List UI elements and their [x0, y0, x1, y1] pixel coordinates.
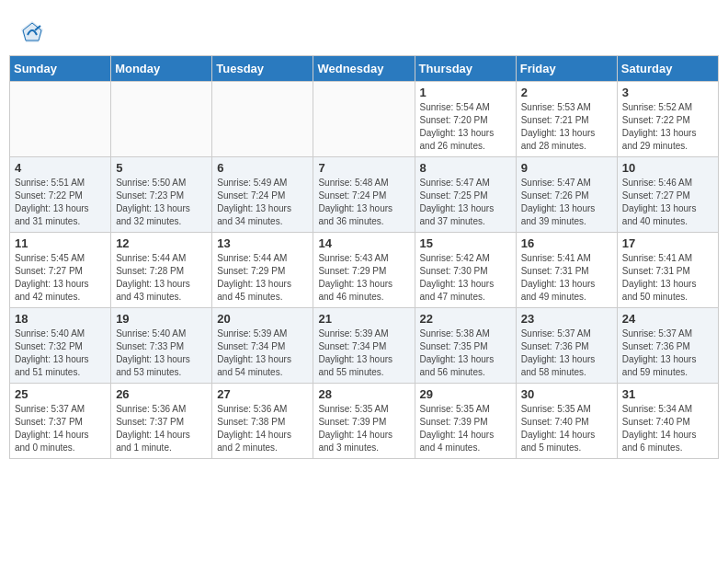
page-header	[9, 9, 719, 51]
calendar-week-row: 1Sunrise: 5:54 AM Sunset: 7:20 PM Daylig…	[10, 82, 719, 157]
calendar-cell: 9Sunrise: 5:47 AM Sunset: 7:26 PM Daylig…	[516, 157, 617, 233]
day-number: 20	[217, 312, 308, 326]
day-info: Sunrise: 5:47 AM Sunset: 7:26 PM Dayligh…	[521, 177, 612, 228]
day-number: 29	[420, 387, 511, 401]
day-info: Sunrise: 5:39 AM Sunset: 7:34 PM Dayligh…	[318, 327, 409, 379]
calendar-cell: 11Sunrise: 5:45 AM Sunset: 7:27 PM Dayli…	[10, 233, 111, 308]
day-number: 21	[318, 312, 409, 326]
svg-marker-0	[21, 21, 43, 42]
day-info: Sunrise: 5:44 AM Sunset: 7:29 PM Dayligh…	[217, 252, 308, 304]
day-number: 19	[116, 312, 207, 326]
calendar-cell: 13Sunrise: 5:44 AM Sunset: 7:29 PM Dayli…	[212, 233, 313, 308]
day-info: Sunrise: 5:36 AM Sunset: 7:37 PM Dayligh…	[116, 403, 207, 454]
calendar-cell: 2Sunrise: 5:53 AM Sunset: 7:21 PM Daylig…	[516, 82, 617, 157]
day-info: Sunrise: 5:37 AM Sunset: 7:36 PM Dayligh…	[622, 327, 713, 379]
calendar-cell	[212, 82, 313, 157]
calendar-cell: 29Sunrise: 5:35 AM Sunset: 7:39 PM Dayli…	[415, 384, 516, 459]
calendar-cell: 7Sunrise: 5:48 AM Sunset: 7:24 PM Daylig…	[313, 157, 415, 233]
day-info: Sunrise: 5:43 AM Sunset: 7:29 PM Dayligh…	[318, 252, 409, 304]
day-number: 5	[116, 161, 207, 175]
day-info: Sunrise: 5:37 AM Sunset: 7:36 PM Dayligh…	[521, 327, 612, 379]
calendar-cell: 27Sunrise: 5:36 AM Sunset: 7:38 PM Dayli…	[212, 384, 313, 459]
day-info: Sunrise: 5:35 AM Sunset: 7:39 PM Dayligh…	[318, 403, 409, 454]
col-header-thursday: Thursday	[415, 56, 516, 82]
day-info: Sunrise: 5:53 AM Sunset: 7:21 PM Dayligh…	[521, 101, 612, 153]
calendar-week-row: 4Sunrise: 5:51 AM Sunset: 7:22 PM Daylig…	[10, 157, 719, 233]
day-number: 28	[318, 387, 409, 401]
day-number: 15	[420, 236, 511, 250]
day-number: 10	[622, 161, 713, 175]
day-number: 1	[420, 86, 511, 99]
day-number: 24	[622, 312, 713, 326]
calendar-cell: 26Sunrise: 5:36 AM Sunset: 7:37 PM Dayli…	[111, 384, 212, 459]
calendar-cell: 6Sunrise: 5:49 AM Sunset: 7:24 PM Daylig…	[212, 157, 313, 233]
calendar-cell: 1Sunrise: 5:54 AM Sunset: 7:20 PM Daylig…	[415, 82, 516, 157]
day-number: 16	[521, 236, 612, 250]
day-number: 18	[15, 312, 106, 326]
day-number: 3	[622, 86, 713, 99]
day-number: 11	[15, 236, 106, 250]
calendar-table: SundayMondayTuesdayWednesdayThursdayFrid…	[9, 55, 719, 459]
day-info: Sunrise: 5:47 AM Sunset: 7:25 PM Dayligh…	[420, 177, 511, 228]
calendar-cell	[10, 82, 111, 157]
day-info: Sunrise: 5:49 AM Sunset: 7:24 PM Dayligh…	[217, 177, 308, 228]
day-info: Sunrise: 5:54 AM Sunset: 7:20 PM Dayligh…	[420, 101, 511, 153]
calendar-header-row: SundayMondayTuesdayWednesdayThursdayFrid…	[10, 56, 719, 82]
day-number: 13	[217, 236, 308, 250]
calendar-cell: 23Sunrise: 5:37 AM Sunset: 7:36 PM Dayli…	[516, 308, 617, 384]
calendar-cell: 17Sunrise: 5:41 AM Sunset: 7:31 PM Dayli…	[617, 233, 718, 308]
day-info: Sunrise: 5:45 AM Sunset: 7:27 PM Dayligh…	[15, 252, 106, 304]
calendar-cell: 28Sunrise: 5:35 AM Sunset: 7:39 PM Dayli…	[313, 384, 415, 459]
calendar-cell: 14Sunrise: 5:43 AM Sunset: 7:29 PM Dayli…	[313, 233, 415, 308]
calendar-cell	[313, 82, 415, 157]
calendar-cell: 16Sunrise: 5:41 AM Sunset: 7:31 PM Dayli…	[516, 233, 617, 308]
day-info: Sunrise: 5:41 AM Sunset: 7:31 PM Dayligh…	[622, 252, 713, 304]
day-number: 31	[622, 387, 713, 401]
calendar-cell: 25Sunrise: 5:37 AM Sunset: 7:37 PM Dayli…	[10, 384, 111, 459]
calendar-week-row: 18Sunrise: 5:40 AM Sunset: 7:32 PM Dayli…	[10, 308, 719, 384]
calendar-cell: 22Sunrise: 5:38 AM Sunset: 7:35 PM Dayli…	[415, 308, 516, 384]
calendar-cell: 19Sunrise: 5:40 AM Sunset: 7:33 PM Dayli…	[111, 308, 212, 384]
day-number: 12	[116, 236, 207, 250]
col-header-tuesday: Tuesday	[212, 56, 313, 82]
calendar-week-row: 11Sunrise: 5:45 AM Sunset: 7:27 PM Dayli…	[10, 233, 719, 308]
logo	[18, 18, 50, 46]
calendar-cell: 18Sunrise: 5:40 AM Sunset: 7:32 PM Dayli…	[10, 308, 111, 384]
day-number: 4	[15, 161, 106, 175]
day-info: Sunrise: 5:36 AM Sunset: 7:38 PM Dayligh…	[217, 403, 308, 454]
calendar-cell: 8Sunrise: 5:47 AM Sunset: 7:25 PM Daylig…	[415, 157, 516, 233]
day-info: Sunrise: 5:46 AM Sunset: 7:27 PM Dayligh…	[622, 177, 713, 228]
day-number: 17	[622, 236, 713, 250]
col-header-monday: Monday	[111, 56, 212, 82]
day-number: 2	[521, 86, 612, 99]
day-number: 6	[217, 161, 308, 175]
day-info: Sunrise: 5:35 AM Sunset: 7:39 PM Dayligh…	[420, 403, 511, 454]
day-number: 30	[521, 387, 612, 401]
day-info: Sunrise: 5:40 AM Sunset: 7:32 PM Dayligh…	[15, 327, 106, 379]
day-info: Sunrise: 5:37 AM Sunset: 7:37 PM Dayligh…	[15, 403, 106, 454]
calendar-cell: 21Sunrise: 5:39 AM Sunset: 7:34 PM Dayli…	[313, 308, 415, 384]
col-header-sunday: Sunday	[10, 56, 111, 82]
day-number: 27	[217, 387, 308, 401]
day-number: 9	[521, 161, 612, 175]
col-header-friday: Friday	[516, 56, 617, 82]
day-info: Sunrise: 5:50 AM Sunset: 7:23 PM Dayligh…	[116, 177, 207, 228]
calendar-cell: 4Sunrise: 5:51 AM Sunset: 7:22 PM Daylig…	[10, 157, 111, 233]
calendar-cell: 10Sunrise: 5:46 AM Sunset: 7:27 PM Dayli…	[617, 157, 718, 233]
day-number: 26	[116, 387, 207, 401]
calendar-cell	[111, 82, 212, 157]
day-info: Sunrise: 5:48 AM Sunset: 7:24 PM Dayligh…	[318, 177, 409, 228]
calendar-week-row: 25Sunrise: 5:37 AM Sunset: 7:37 PM Dayli…	[10, 384, 719, 459]
calendar-cell: 30Sunrise: 5:35 AM Sunset: 7:40 PM Dayli…	[516, 384, 617, 459]
day-info: Sunrise: 5:51 AM Sunset: 7:22 PM Dayligh…	[15, 177, 106, 228]
calendar-cell: 15Sunrise: 5:42 AM Sunset: 7:30 PM Dayli…	[415, 233, 516, 308]
day-info: Sunrise: 5:35 AM Sunset: 7:40 PM Dayligh…	[521, 403, 612, 454]
logo-icon	[18, 18, 46, 46]
col-header-saturday: Saturday	[617, 56, 718, 82]
day-info: Sunrise: 5:44 AM Sunset: 7:28 PM Dayligh…	[116, 252, 207, 304]
calendar-cell: 12Sunrise: 5:44 AM Sunset: 7:28 PM Dayli…	[111, 233, 212, 308]
calendar-cell: 24Sunrise: 5:37 AM Sunset: 7:36 PM Dayli…	[617, 308, 718, 384]
day-number: 23	[521, 312, 612, 326]
day-info: Sunrise: 5:38 AM Sunset: 7:35 PM Dayligh…	[420, 327, 511, 379]
day-info: Sunrise: 5:39 AM Sunset: 7:34 PM Dayligh…	[217, 327, 308, 379]
